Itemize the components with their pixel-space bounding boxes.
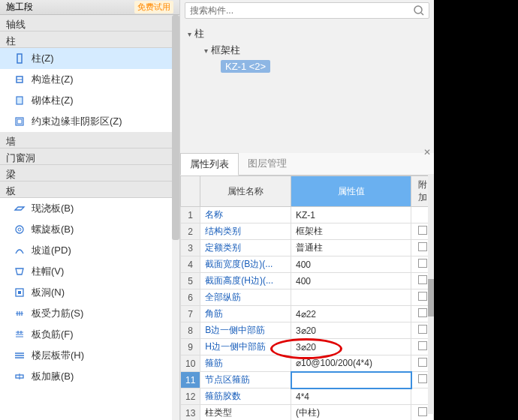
category-beam[interactable]: 梁	[0, 165, 179, 182]
sidebar-item-slab[interactable]: 板加腋(B)	[0, 366, 179, 387]
prop-value-cell[interactable]: 3⌀20	[291, 339, 411, 356]
tab-properties[interactable]: 属性列表	[180, 153, 239, 176]
sidebar-item-slab[interactable]: 板负筋(F)	[0, 324, 179, 345]
black-panel	[434, 0, 518, 420]
prop-name-cell: 箍筋胶数	[200, 388, 291, 405]
table-row[interactable]: 4截面宽度(B边)(...400	[181, 256, 434, 273]
tree-node-root[interactable]: ▾ 柱	[188, 26, 426, 42]
scrollbar-thumb[interactable]	[172, 15, 179, 240]
svg-rect-0	[17, 54, 22, 63]
prop-name-cell: H边一侧中部筋	[200, 339, 291, 356]
prop-name-cell: 名称	[200, 207, 291, 224]
category-wall[interactable]: 墙	[0, 132, 179, 148]
checkbox-icon[interactable]	[418, 242, 427, 251]
sidebar-item-column[interactable]: 砌体柱(Z)	[0, 90, 179, 111]
prop-value-cell[interactable]: ⌀10@100/200(4*4)	[291, 356, 411, 372]
svg-line-16	[421, 13, 423, 15]
sidebar-item-label: 板洞(N)	[32, 286, 65, 299]
checkbox-icon[interactable]	[418, 358, 427, 367]
checkbox-icon[interactable]	[418, 341, 427, 350]
value-input[interactable]	[292, 373, 411, 388]
table-row[interactable]: 3定额类别普通柱	[181, 240, 434, 256]
rownum-cell: 2	[181, 224, 200, 240]
sidebar-item-label: 板加腋(B)	[32, 370, 74, 383]
prop-value-cell[interactable]: 4⌀22	[291, 306, 411, 322]
close-icon[interactable]: ✕	[423, 147, 431, 158]
slab-type-icon	[14, 286, 26, 298]
prop-value-cell[interactable]	[291, 290, 411, 306]
prop-name-cell: 截面宽度(B边)(...	[200, 256, 291, 273]
rownum-cell: 4	[181, 256, 200, 273]
table-row[interactable]: 12箍筋胶数4*4	[181, 388, 434, 405]
prop-value-cell[interactable]: 4*4	[291, 388, 411, 405]
sidebar-item-label: 楼层板带(H)	[32, 349, 84, 362]
tab-layers[interactable]: 图层管理	[239, 153, 296, 175]
checkbox-icon[interactable]	[418, 292, 427, 301]
prop-value-cell[interactable]: 400	[291, 273, 411, 290]
sidebar-item-slab[interactable]: 现浇板(B)	[0, 198, 179, 219]
scrollbar-thumb[interactable]	[428, 279, 434, 316]
right-scrollbar[interactable]	[428, 174, 434, 414]
search-icon[interactable]	[413, 4, 425, 19]
sidebar-item-column[interactable]: 约束边缘非阴影区(Z)	[0, 111, 179, 132]
checkbox-icon[interactable]	[418, 275, 427, 284]
slab-type-icon	[14, 244, 26, 256]
sidebar-item-slab[interactable]: 楼层板带(H)	[0, 345, 179, 366]
free-trial-badge[interactable]: 免费试用	[134, 1, 173, 14]
left-scrollbar[interactable]	[172, 15, 179, 420]
prop-value-cell[interactable]: 普通柱	[291, 240, 411, 256]
search-input[interactable]	[185, 2, 429, 19]
table-row[interactable]: 6全部纵筋	[181, 290, 434, 306]
table-row[interactable]: 5截面高度(H边)(...400	[181, 273, 434, 290]
prop-value-cell[interactable]: (中柱)	[291, 405, 411, 421]
sidebar-item-column[interactable]: 构造柱(Z)	[0, 69, 179, 90]
propname-head: 属性名称	[200, 176, 291, 207]
table-row[interactable]: 11节点区箍筋	[181, 372, 434, 388]
table-row[interactable]: 1名称KZ-1	[181, 207, 434, 224]
sidebar-item-slab[interactable]: 螺旋板(B)	[0, 219, 179, 240]
prop-name-cell: 柱类型	[200, 405, 291, 421]
category-column[interactable]: 柱	[0, 32, 179, 48]
checkbox-icon[interactable]	[418, 407, 427, 416]
category-opening[interactable]: 门窗洞	[0, 148, 179, 165]
checkbox-icon[interactable]	[418, 308, 427, 317]
sidebar-item-slab[interactable]: 板受力筋(S)	[0, 303, 179, 324]
prop-value-cell[interactable]	[291, 372, 411, 388]
tree-view: ▾ 柱 ▾ 框架柱 KZ-1 <2>	[180, 21, 434, 146]
tree-node-leaf[interactable]: KZ-1 <2>	[188, 58, 426, 74]
prop-name-cell: 节点区箍筋	[200, 372, 291, 388]
chevron-down-icon: ▾	[204, 46, 208, 55]
sidebar-item-label: 板受力筋(S)	[32, 307, 83, 320]
checkbox-icon[interactable]	[418, 325, 427, 334]
prop-value-cell[interactable]: 3⌀20	[291, 322, 411, 339]
sidebar-item-column[interactable]: 柱(Z)	[0, 48, 179, 69]
tabbar: 属性列表 图层管理	[180, 153, 434, 176]
checkbox-icon[interactable]	[418, 226, 427, 235]
rownum-cell: 10	[181, 356, 200, 372]
category-axis[interactable]: 轴线	[0, 15, 179, 32]
table-row[interactable]: 7角筋4⌀22	[181, 306, 434, 322]
svg-point-15	[414, 6, 422, 14]
table-row[interactable]: 2结构类别框架柱	[181, 224, 434, 240]
slab-type-icon	[14, 224, 26, 236]
svg-point-7	[18, 228, 21, 231]
checkbox-icon[interactable]	[418, 374, 427, 383]
prop-value-cell[interactable]: KZ-1	[291, 207, 411, 224]
sidebar-item-slab[interactable]: 柱帽(V)	[0, 261, 179, 282]
prop-value-cell[interactable]: 框架柱	[291, 224, 411, 240]
table-row[interactable]: 13柱类型(中柱)	[181, 405, 434, 421]
tree-node-sub[interactable]: ▾ 框架柱	[188, 42, 426, 58]
table-row[interactable]: 9H边一侧中部筋3⌀20	[181, 339, 434, 356]
construction-header: 施工段 免费试用	[0, 0, 179, 15]
prop-value-cell[interactable]: 400	[291, 256, 411, 273]
rownum-cell: 6	[181, 290, 200, 306]
propvalue-head[interactable]: 属性值	[291, 176, 411, 207]
sidebar-item-slab[interactable]: 板洞(N)	[0, 282, 179, 303]
table-row[interactable]: 8B边一侧中部筋3⌀20	[181, 322, 434, 339]
category-slab[interactable]: 板	[0, 182, 179, 198]
table-row[interactable]: 10箍筋⌀10@100/200(4*4)	[181, 356, 434, 372]
checkbox-icon[interactable]	[418, 259, 427, 268]
sidebar-item-slab[interactable]: 坡道(PD)	[0, 240, 179, 261]
rownum-cell: 11	[181, 372, 200, 388]
sidebar-item-label: 柱帽(V)	[32, 265, 64, 278]
